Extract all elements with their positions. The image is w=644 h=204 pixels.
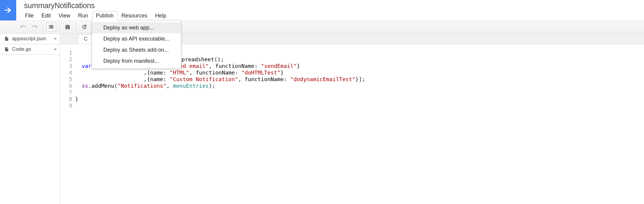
- history-button[interactable]: [79, 23, 89, 32]
- file-json-icon: [4, 36, 9, 41]
- menu-file[interactable]: File: [21, 11, 38, 20]
- redo-button[interactable]: [29, 23, 40, 32]
- toolbar-separator: [76, 23, 76, 31]
- save-icon: [65, 24, 70, 30]
- caret-down-icon[interactable]: [54, 49, 57, 50]
- indent-icon: [48, 24, 54, 30]
- code-line[interactable]: ,{name: "HTML", functionName: "doHTMLTes…: [75, 69, 644, 76]
- menu-view[interactable]: View: [55, 11, 74, 20]
- redo-icon: [32, 24, 37, 30]
- file-item[interactable]: Code.gs: [0, 44, 60, 55]
- publish-dropdown: Deploy as web app...Deploy as API execut…: [92, 20, 181, 69]
- line-number: 5: [60, 76, 72, 83]
- line-number: 2: [60, 56, 72, 63]
- dropdown-item[interactable]: Deploy as Sheets add-on...: [92, 44, 181, 56]
- tab-label: C: [84, 36, 87, 42]
- caret-down-icon[interactable]: [54, 38, 57, 40]
- menu-publish[interactable]: Publish: [92, 11, 118, 20]
- project-title[interactable]: summaryNotifications: [24, 1, 170, 10]
- code-line[interactable]: ss.addMenu("Notifications", menuEntries)…: [75, 83, 644, 89]
- line-number: 3: [60, 63, 72, 69]
- undo-button[interactable]: [18, 23, 28, 32]
- toolbar-separator: [59, 23, 60, 31]
- file-sidebar: appsscript.jsonCode.gs: [0, 34, 60, 204]
- menubar: FileEditViewRunPublishResourcesHelp: [21, 11, 170, 20]
- line-number: 9: [60, 102, 72, 109]
- file-name: appsscript.json: [12, 36, 46, 42]
- menu-resources[interactable]: Resources: [118, 11, 151, 20]
- code-line[interactable]: }: [75, 96, 644, 102]
- file-name: Code.gs: [12, 46, 31, 52]
- dropdown-item[interactable]: Deploy as API executable...: [92, 33, 181, 44]
- topbar: summaryNotifications FileEditViewRunPubl…: [0, 0, 644, 20]
- line-number: 7: [60, 89, 72, 96]
- toolbar-separator: [43, 23, 43, 31]
- file-item[interactable]: appsscript.json: [0, 34, 60, 44]
- apps-script-logo[interactable]: [0, 0, 16, 20]
- undo-icon: [20, 24, 26, 30]
- save-button[interactable]: [63, 23, 73, 32]
- dropdown-item[interactable]: Deploy from manifest...: [92, 56, 181, 67]
- arrow-right-icon: [3, 5, 14, 16]
- editor-tab[interactable]: C: [78, 34, 93, 44]
- code-line[interactable]: [75, 89, 644, 96]
- menu-run[interactable]: Run: [74, 11, 92, 20]
- line-number: 1: [60, 50, 72, 56]
- line-number: 8: [60, 96, 72, 102]
- code-line[interactable]: ,{name: "Custom Notification", functionN…: [75, 76, 644, 83]
- dropdown-item[interactable]: Deploy as web app...: [92, 22, 181, 33]
- code-line[interactable]: [75, 102, 644, 109]
- code-content[interactable]: ActiveSpreadsheet(); var menuEntries = […: [75, 50, 644, 204]
- menu-help[interactable]: Help: [151, 11, 170, 20]
- file-code-icon: [4, 47, 9, 52]
- menu-edit[interactable]: Edit: [38, 11, 55, 20]
- line-number: 4: [60, 69, 72, 76]
- line-gutter: 123456789: [60, 50, 75, 204]
- line-number: 6: [60, 83, 72, 89]
- indent-button[interactable]: [46, 23, 56, 32]
- history-icon: [81, 24, 87, 30]
